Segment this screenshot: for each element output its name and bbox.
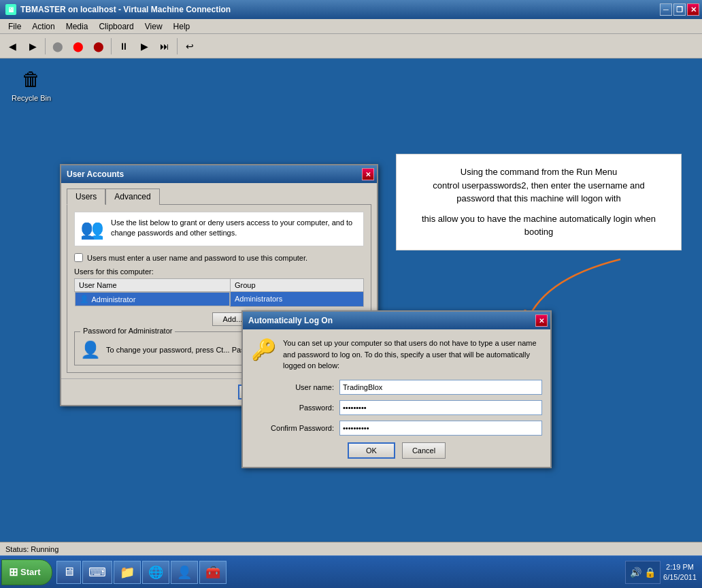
- password-row: Password:: [251, 400, 542, 415]
- restore-button[interactable]: ❐: [673, 3, 686, 16]
- username-row: User name:: [251, 380, 542, 395]
- autologon-body: 🔑 You can set up your computer so that u…: [243, 329, 550, 467]
- tabs: Users Advanced: [67, 189, 371, 205]
- desktop: 🗑 Recycle Bin Using the command from the…: [0, 59, 702, 555]
- taskbar-icon-4: 👤: [177, 565, 192, 580]
- autologon-close-button[interactable]: ✕: [535, 314, 548, 327]
- taskbar-icon-2: 📁: [120, 565, 135, 580]
- close-button[interactable]: ✕: [687, 3, 699, 16]
- recycle-bin-icon[interactable]: 🗑 Recycle Bin: [10, 65, 53, 102]
- col-group: Group: [230, 279, 363, 292]
- taskbar-app-3[interactable]: 🌐: [142, 561, 169, 584]
- user-group-cell: Administrators: [230, 292, 363, 307]
- checkbox-label: Users must enter a user name and passwor…: [87, 254, 307, 262]
- checkbox-row: Users must enter a user name and passwor…: [74, 253, 364, 262]
- menu-bar: File Action Media Clipboard View Help: [0, 19, 702, 34]
- app-icon: 🖥: [5, 4, 16, 15]
- start-icon: ⊞: [9, 566, 18, 578]
- callout-line3: password that this machine will logon wi…: [410, 192, 667, 206]
- menu-help[interactable]: Help: [168, 20, 196, 33]
- taskbar: ⊞ Start 🖥 ⌨ 📁 🌐 👤 🧰 🔊 🔒 2:19 PM 6/15/201…: [0, 555, 702, 588]
- taskbar-app-2[interactable]: 📁: [114, 561, 141, 584]
- user-accounts-close-button[interactable]: ✕: [362, 168, 374, 180]
- user-table: User Name Group 👤Administrator Administr…: [74, 278, 364, 307]
- autologon-ok-button[interactable]: OK: [348, 442, 395, 459]
- autologon-footer: OK Cancel: [251, 442, 542, 459]
- menu-clipboard[interactable]: Clipboard: [93, 20, 139, 33]
- toolbar-sep3: [177, 38, 178, 54]
- users-must-login-checkbox[interactable]: [74, 253, 83, 262]
- table-row[interactable]: 👤Administrator Administrators: [75, 292, 364, 307]
- info-icon: 👥: [80, 218, 104, 240]
- tab-advanced[interactable]: Advanced: [105, 189, 159, 205]
- username-input[interactable]: [339, 380, 542, 395]
- user-accounts-title-bar: User Accounts ✕: [61, 165, 377, 183]
- groupbox-legend: Password for Administrator: [80, 327, 175, 335]
- status-bar: Status: Running: [0, 542, 702, 555]
- callout-box: Using the command from the Run Menu cont…: [396, 154, 682, 250]
- clock-date: 6/15/2011: [663, 572, 697, 582]
- toolbar-forward[interactable]: ▶: [23, 37, 42, 56]
- autologon-dialog: Automatically Log On ✕ 🔑 You can set up …: [241, 310, 552, 468]
- taskbar-app-5[interactable]: 🧰: [199, 561, 227, 584]
- confirm-label: Confirm Password:: [251, 424, 339, 432]
- autologon-title-bar: Automatically Log On ✕: [243, 312, 550, 329]
- window-controls: ─ ❐ ✕: [660, 3, 699, 16]
- toolbar: ◀ ▶ ⬤ ⬤ ⬤ ⏸ ▶ ⏭ ↩: [0, 34, 702, 59]
- avatar-icon: 👤: [80, 340, 101, 359]
- network-icon: 🔊: [630, 567, 641, 578]
- menu-action[interactable]: Action: [27, 20, 60, 33]
- toolbar-record2[interactable]: ⬤: [89, 37, 108, 56]
- callout-line1: Using the command from the Run Menu: [410, 165, 667, 179]
- security-icon: 🔒: [644, 567, 656, 578]
- toolbar-undo[interactable]: ↩: [180, 37, 199, 56]
- confirm-input[interactable]: [339, 421, 542, 436]
- toolbar-step[interactable]: ⏭: [155, 37, 174, 56]
- callout-line5: this allow you to have the machine autom…: [410, 212, 667, 226]
- toolbar-play[interactable]: ▶: [135, 37, 154, 56]
- info-section: 👥 Use the list below to grant or deny us…: [74, 212, 364, 246]
- status-text: Status: Running: [5, 545, 58, 553]
- window-title: TBMASTER on localhost - Virtual Machine …: [20, 5, 231, 14]
- clock-time: 2:19 PM: [663, 562, 697, 572]
- username-label: User name:: [251, 383, 339, 391]
- title-bar: 🖥 TBMASTER on localhost - Virtual Machin…: [0, 0, 702, 19]
- toolbar-pause[interactable]: ⏸: [114, 37, 133, 56]
- autologon-title: Automatically Log On: [248, 316, 333, 325]
- start-label: Start: [20, 567, 41, 577]
- autologon-cancel-button[interactable]: Cancel: [402, 442, 446, 459]
- toolbar-stop[interactable]: ⬤: [48, 37, 67, 56]
- autologon-description: You can set up your computer so that use…: [283, 338, 542, 372]
- users-label: Users for this computer:: [74, 267, 364, 276]
- menu-view[interactable]: View: [139, 20, 168, 33]
- user-accounts-title: User Accounts: [67, 169, 124, 179]
- taskbar-right: 🔊 🔒 2:19 PM 6/15/2011: [620, 556, 702, 588]
- confirm-row: Confirm Password:: [251, 421, 542, 436]
- recycle-bin-image: 🗑: [18, 65, 45, 93]
- taskbar-app-4[interactable]: 👤: [171, 561, 198, 584]
- taskbar-icon-3: 🌐: [148, 565, 163, 580]
- toolbar-sep2: [111, 38, 112, 54]
- toolbar-back[interactable]: ◀: [3, 37, 22, 56]
- minimize-button[interactable]: ─: [660, 3, 672, 16]
- clock: 2:19 PM 6/15/2011: [663, 562, 697, 582]
- user-name-cell: 👤Administrator: [75, 292, 230, 306]
- taskbar-app-1[interactable]: ⌨: [82, 561, 112, 584]
- key-icon: 🔑: [251, 338, 276, 361]
- autologon-icon-row: 🔑 You can set up your computer so that u…: [251, 338, 542, 372]
- menu-media[interactable]: Media: [61, 20, 94, 33]
- taskbar-app-0[interactable]: 🖥: [56, 561, 81, 584]
- taskbar-icon-1: ⌨: [88, 565, 106, 580]
- callout-line2: control userpasswords2, then enter the u…: [410, 179, 667, 193]
- col-username: User Name: [75, 279, 231, 292]
- recycle-bin-label: Recycle Bin: [12, 94, 51, 102]
- password-input[interactable]: [339, 400, 542, 415]
- menu-file[interactable]: File: [3, 20, 27, 33]
- taskbar-items: 🖥 ⌨ 📁 🌐 👤 🧰: [56, 561, 620, 584]
- start-button[interactable]: ⊞ Start: [1, 559, 52, 585]
- toolbar-sep1: [45, 38, 46, 54]
- tab-users[interactable]: Users: [67, 189, 105, 205]
- toolbar-record[interactable]: ⬤: [69, 37, 88, 56]
- taskbar-icon-5: 🧰: [205, 565, 220, 580]
- password-label: Password:: [251, 404, 339, 412]
